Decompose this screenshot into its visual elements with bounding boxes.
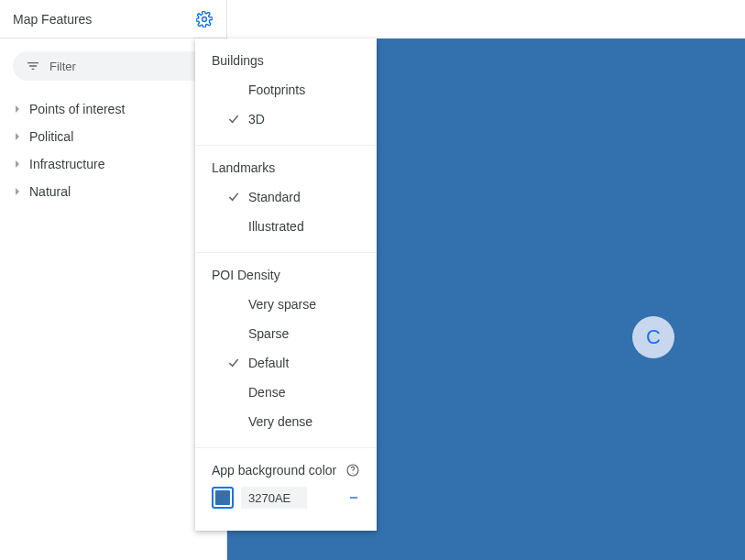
option-label: Very dense <box>248 414 312 429</box>
minus-icon[interactable] <box>347 491 360 504</box>
feature-label: Political <box>29 129 73 144</box>
bgcolor-title-row: App background color <box>195 459 377 487</box>
option-poi-very-dense[interactable]: Very dense <box>195 407 377 436</box>
sidebar-title: Map Features <box>13 12 92 27</box>
feature-infrastructure[interactable]: Infrastructure <box>5 150 221 178</box>
feature-points-of-interest[interactable]: Points of interest <box>5 95 221 123</box>
sidebar-header: Map Features <box>0 0 226 38</box>
option-poi-sparse[interactable]: Sparse <box>195 319 377 348</box>
feature-natural[interactable]: Natural <box>5 178 221 205</box>
caret-right-icon <box>13 132 22 141</box>
option-label: 3D <box>248 112 265 126</box>
svg-point-2 <box>352 473 353 474</box>
section-title-landmarks: Landmarks <box>195 157 377 182</box>
section-title-buildings: Buildings <box>195 49 377 75</box>
hex-input[interactable] <box>241 487 307 509</box>
gear-icon[interactable] <box>195 10 214 28</box>
feature-label: Natural <box>29 184 71 199</box>
section-title-poi-density: POI Density <box>195 264 377 290</box>
option-label: Dense <box>248 385 285 400</box>
check-icon <box>226 112 241 126</box>
option-landmarks-standard[interactable]: Standard <box>195 182 377 212</box>
option-poi-dense[interactable]: Dense <box>195 378 377 407</box>
map-settings-panel: Buildings Footprints 3D Landmarks Standa… <box>195 38 377 531</box>
map-features-sidebar: Map Features Filter Points of interest <box>0 0 227 560</box>
option-label: Footprints <box>248 82 305 97</box>
feature-list: Points of interest Political Infrastruct… <box>0 90 226 211</box>
help-icon[interactable] <box>345 463 360 478</box>
option-landmarks-illustrated[interactable]: Illustrated <box>195 212 377 241</box>
color-swatch[interactable] <box>212 487 234 509</box>
color-swatch-inner <box>215 490 230 505</box>
filter-wrap: Filter <box>0 38 226 90</box>
feature-political[interactable]: Political <box>5 123 221 150</box>
option-label: Illustrated <box>248 219 304 234</box>
option-label: Very sparse <box>248 297 316 312</box>
section-landmarks: Landmarks Standard Illustrated <box>195 146 377 253</box>
caret-right-icon <box>13 104 22 114</box>
check-icon <box>226 356 241 370</box>
option-poi-default[interactable]: Default <box>195 348 377 378</box>
check-icon <box>226 190 241 204</box>
option-label: Default <box>248 356 289 370</box>
option-buildings-footprints[interactable]: Footprints <box>195 75 377 104</box>
section-poi-density: POI Density Very sparse Sparse Default D… <box>195 253 377 448</box>
bgcolor-swatch-row <box>195 487 377 520</box>
svg-point-0 <box>203 16 207 21</box>
option-buildings-3d[interactable]: 3D <box>195 104 377 134</box>
filter-placeholder: Filter <box>49 60 76 73</box>
section-app-bg-color: App background color <box>195 448 377 531</box>
map-top-gap <box>227 0 745 38</box>
feature-label: Points of interest <box>29 102 125 116</box>
option-label: Standard <box>248 190 301 204</box>
bgcolor-title: App background color <box>212 463 336 478</box>
filter-icon <box>26 59 40 73</box>
feature-label: Infrastructure <box>29 157 104 171</box>
option-poi-very-sparse[interactable]: Very sparse <box>195 290 377 319</box>
user-avatar[interactable]: C <box>632 316 674 358</box>
option-label: Sparse <box>248 326 289 341</box>
filter-input[interactable]: Filter <box>13 51 214 81</box>
caret-right-icon <box>13 187 22 196</box>
avatar-initial: C <box>646 325 661 349</box>
section-buildings: Buildings Footprints 3D <box>195 38 377 146</box>
caret-right-icon <box>13 159 22 169</box>
